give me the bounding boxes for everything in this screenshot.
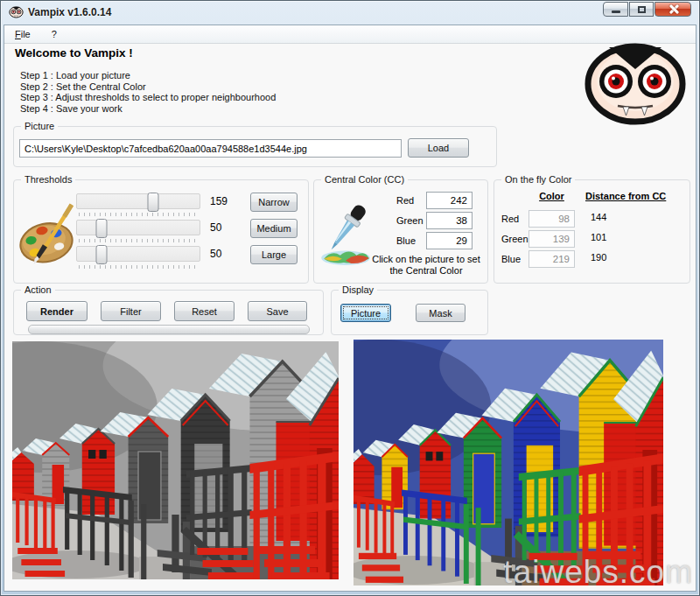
welcome-title: Welcome to Vampix ! (15, 46, 133, 60)
vampire-app-icon (9, 5, 24, 18)
otf-red-field (528, 210, 575, 228)
slider-ticks-2 (79, 239, 198, 242)
menu-help[interactable]: ? (48, 27, 60, 41)
picture-path-input[interactable] (19, 139, 402, 158)
otf-blue-distance: 190 (591, 252, 606, 263)
otf-red-distance: 144 (591, 212, 606, 222)
step-1: Step 1 : Load your picture (20, 70, 276, 81)
narrow-button[interactable]: Narrow (250, 193, 298, 212)
cc-blue-input[interactable] (426, 232, 472, 249)
step-3: Step 3 : Adjust thresholds to select to … (20, 92, 276, 103)
display-group: Display Picture Mask (331, 290, 488, 335)
central-color-group: Central Color (CC) Red Green Blue Click … (313, 179, 488, 284)
original-huts-image (354, 340, 663, 585)
central-color-group-label: Central Color (CC) (321, 174, 408, 185)
welcome-steps: Step 1 : Load your picture Step 2 : Set … (20, 70, 276, 114)
action-group: Action Render Filter Reset Save (13, 290, 324, 335)
on-the-fly-group-label: On the fly Color (501, 174, 575, 185)
otf-blue-field (528, 250, 575, 268)
otf-blue-label: Blue (501, 254, 521, 264)
slider-thumb-1[interactable] (147, 193, 158, 212)
display-group-label: Display (339, 284, 377, 295)
app-window: Vampix v1.6.0.14 File ? Welcome to Vampi… (0, 0, 700, 596)
threshold-slider-2[interactable] (76, 220, 200, 235)
save-button[interactable]: Save (248, 301, 307, 321)
action-group-label: Action (21, 284, 55, 295)
slider-ticks-1 (79, 213, 198, 216)
render-button[interactable]: Render (26, 301, 88, 321)
slider-thumb-3[interactable] (96, 245, 108, 264)
maximize-icon (638, 6, 646, 13)
step-4: Step 4 : Save your work (20, 103, 276, 115)
load-button[interactable]: Load (408, 138, 469, 158)
color-column-header: Color (528, 191, 575, 201)
medium-button[interactable]: Medium (250, 219, 298, 238)
picture-group: Picture Load (13, 126, 497, 167)
minimize-icon (612, 11, 620, 13)
threshold-slider-3[interactable] (76, 246, 200, 262)
on-the-fly-group: On the fly Color Color Distance from CC … (494, 179, 690, 284)
eyedropper-icon (318, 203, 374, 266)
menu-file[interactable]: File (11, 27, 34, 41)
reset-button[interactable]: Reset (174, 301, 234, 321)
threshold-value-3: 50 (210, 248, 221, 260)
slider-ticks-3 (79, 265, 198, 269)
palette-icon (18, 200, 75, 270)
threshold-slider-1[interactable] (76, 193, 200, 209)
close-button[interactable] (654, 2, 691, 17)
thresholds-group: Thresholds 159 Narrow 50 Medium 50 (13, 179, 309, 284)
vampire-logo (580, 38, 690, 125)
display-mask-button[interactable]: Mask (416, 304, 466, 322)
filtered-huts-image (12, 341, 339, 579)
maximize-button[interactable] (629, 2, 654, 17)
cc-blue-label: Blue (396, 235, 416, 246)
cc-hint-text: Click on the picture to set the Central … (368, 254, 484, 276)
cc-green-input[interactable] (426, 212, 472, 229)
minimize-button[interactable] (603, 2, 628, 17)
large-button[interactable]: Large (250, 245, 298, 264)
filter-button[interactable]: Filter (101, 301, 161, 321)
progress-bar (28, 325, 310, 334)
display-picture-button[interactable]: Picture (340, 304, 391, 322)
thresholds-group-label: Thresholds (21, 174, 75, 185)
title-bar[interactable]: Vampix v1.6.0.14 (0, 0, 700, 25)
preview-image-original[interactable] (354, 340, 663, 585)
step-2: Step 2 : Set the Central Color (20, 81, 276, 93)
otf-red-label: Red (501, 214, 519, 224)
otf-green-field (528, 230, 575, 248)
cc-red-input[interactable] (426, 192, 472, 209)
otf-green-distance: 101 (591, 232, 606, 242)
window-title: Vampix v1.6.0.14 (28, 6, 111, 18)
cc-red-label: Red (396, 195, 414, 206)
otf-green-label: Green (501, 234, 528, 244)
distance-column-header: Distance from CC (585, 191, 666, 201)
picture-group-label: Picture (21, 121, 58, 131)
close-icon (668, 4, 678, 14)
preview-image-filtered[interactable] (12, 341, 339, 579)
threshold-value-1: 159 (210, 195, 228, 207)
threshold-value-2: 50 (210, 221, 221, 234)
slider-thumb-2[interactable] (96, 219, 108, 238)
cc-green-label: Green (396, 215, 424, 226)
